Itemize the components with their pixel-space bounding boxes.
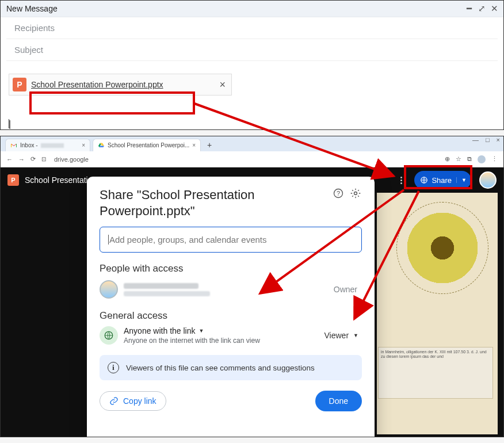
- slide-flower-image: [396, 202, 488, 294]
- browser-window: Inbox - × School Presentation Powerpoi..…: [0, 136, 504, 437]
- input-placeholder: Add people, groups, and calendar events: [108, 235, 267, 245]
- link-icon: [109, 396, 119, 406]
- share-button[interactable]: Share ▼: [414, 171, 471, 189]
- star-icon[interactable]: ☆: [456, 155, 461, 163]
- chevron-down-icon: ▼: [199, 328, 204, 334]
- reload-icon[interactable]: ⟳: [30, 155, 36, 163]
- access-description: Anyone on the internet with the link can…: [124, 337, 260, 345]
- tab-drive-file[interactable]: School Presentation Powerpoi... ×: [93, 139, 201, 151]
- role-label: Viewer: [324, 331, 349, 340]
- attachment-name: School Presentation Powerpoint.pptx: [31, 80, 163, 89]
- share-dialog: Share "School Presentation Powerpoint.pp…: [87, 177, 375, 437]
- redacted-name: [124, 283, 198, 289]
- globe-icon: [420, 176, 428, 184]
- people-heading: People with access: [100, 263, 362, 274]
- url-text[interactable]: drive.google: [54, 156, 89, 163]
- general-access-row: Anyone with the link ▼ Anyone on the int…: [100, 326, 362, 345]
- window-maximize-icon[interactable]: □: [486, 136, 490, 143]
- drive-viewer: P School Presentati Share ▼ in Mannheim,…: [1, 167, 503, 437]
- kebab-icon[interactable]: ⋮: [491, 155, 498, 163]
- share-dropdown-icon[interactable]: ▼: [456, 177, 467, 183]
- address-bar: ← → ⟳ ⊡ drive.google ⊕ ☆ ⧉ ⋮: [1, 151, 503, 167]
- person-info: [124, 283, 210, 296]
- svg-text:?: ?: [337, 190, 340, 197]
- text-cursor: |: [9, 119, 9, 128]
- info-banner: i Viewers of this file can see comments …: [100, 355, 362, 380]
- copy-link-label: Copy link: [123, 396, 156, 406]
- attachment-remove-icon[interactable]: ×: [220, 79, 226, 91]
- chevron-down-icon: ▼: [353, 333, 358, 338]
- general-access-heading: General access: [100, 310, 362, 322]
- access-scope-label: Anyone with the link: [124, 326, 196, 335]
- recipients-placeholder: Recipients: [14, 23, 55, 33]
- gmail-icon: [10, 142, 17, 149]
- viewer-filename: School Presentati: [25, 175, 88, 185]
- done-label: Done: [329, 396, 348, 406]
- tab-strip: Inbox - × School Presentation Powerpoi..…: [1, 136, 503, 151]
- subject-field[interactable]: Subject: [6, 39, 498, 61]
- dialog-title: Share "School Presentation Powerpoint.pp…: [100, 187, 327, 219]
- zoom-icon[interactable]: ⊕: [445, 155, 450, 163]
- new-tab-button[interactable]: +: [203, 139, 216, 151]
- person-avatar: [100, 280, 118, 299]
- compose-window: New Message ━ ⤢ ✕ Recipients Subject P S…: [0, 0, 504, 130]
- copy-link-button[interactable]: Copy link: [100, 391, 166, 411]
- add-people-input[interactable]: Add people, groups, and calendar events: [100, 227, 362, 253]
- access-scope-dropdown[interactable]: Anyone with the link ▼: [124, 326, 260, 335]
- extension-icon[interactable]: ⧉: [467, 155, 472, 163]
- compose-title: New Message: [6, 4, 58, 13]
- account-avatar[interactable]: [479, 171, 497, 189]
- compose-header: New Message ━ ⤢ ✕: [1, 1, 503, 17]
- role-dropdown[interactable]: Viewer ▼: [324, 331, 362, 340]
- tab-label: Inbox -: [20, 142, 38, 148]
- help-icon[interactable]: ?: [332, 187, 345, 200]
- globe-icon: [100, 326, 118, 345]
- more-actions-icon[interactable]: [396, 177, 406, 184]
- tab-close-icon[interactable]: ×: [82, 142, 85, 148]
- person-row: Owner: [100, 280, 362, 299]
- forward-icon[interactable]: →: [18, 156, 25, 163]
- info-icon: i: [108, 362, 119, 373]
- powerpoint-icon: P: [13, 78, 26, 91]
- owner-label: Owner: [334, 285, 362, 294]
- back-icon[interactable]: ←: [6, 156, 13, 163]
- drive-icon: [98, 142, 105, 149]
- attachment-chip[interactable]: P School Presentation Powerpoint.pptx ×: [9, 74, 232, 96]
- recipients-field[interactable]: Recipients: [6, 17, 498, 39]
- banner-text: Viewers of this file can see comments an…: [126, 364, 315, 372]
- powerpoint-icon: P: [7, 174, 19, 186]
- profile-avatar-icon[interactable]: [478, 155, 486, 163]
- window-minimize-icon[interactable]: —: [472, 136, 479, 143]
- subject-placeholder: Subject: [14, 45, 43, 55]
- share-label: Share: [432, 176, 452, 185]
- close-icon[interactable]: ✕: [491, 5, 498, 12]
- tab-label: School Presentation Powerpoi...: [108, 142, 189, 148]
- site-info-icon[interactable]: ⊡: [41, 156, 46, 162]
- redacted-email: [124, 291, 210, 296]
- window-close-icon[interactable]: ×: [497, 136, 500, 143]
- done-button[interactable]: Done: [315, 391, 362, 411]
- minimize-icon[interactable]: ━: [465, 5, 472, 12]
- redacted-text: [41, 143, 64, 148]
- window-controls: — □ ×: [472, 136, 500, 143]
- tab-inbox[interactable]: Inbox - ×: [5, 139, 90, 151]
- svg-point-3: [354, 192, 357, 195]
- slide-newsprint-image: in Mannheim, olligationen der K. XIII mi…: [378, 347, 493, 399]
- tab-close-icon[interactable]: ×: [192, 142, 196, 148]
- popout-icon[interactable]: ⤢: [478, 5, 485, 12]
- gear-icon[interactable]: [349, 187, 362, 200]
